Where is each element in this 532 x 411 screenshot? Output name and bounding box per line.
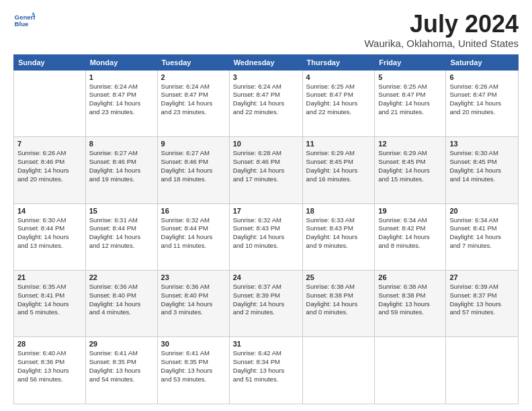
table-row: 17Sunrise: 6:32 AM Sunset: 8:43 PM Dayli… (229, 203, 302, 270)
day-info: Sunrise: 6:29 AM Sunset: 8:45 PM Dayligh… (306, 149, 371, 183)
day-number: 23 (161, 273, 226, 281)
day-number: 18 (306, 207, 371, 215)
day-info: Sunrise: 6:26 AM Sunset: 8:47 PM Dayligh… (449, 83, 515, 117)
day-number: 26 (378, 273, 442, 281)
calendar-week-row: 28Sunrise: 6:40 AM Sunset: 8:36 PM Dayli… (14, 337, 519, 404)
table-row: 3Sunrise: 6:24 AM Sunset: 8:47 PM Daylig… (229, 70, 302, 136)
table-row: 22Sunrise: 6:36 AM Sunset: 8:40 PM Dayli… (85, 271, 157, 337)
day-info: Sunrise: 6:24 AM Sunset: 8:47 PM Dayligh… (161, 83, 226, 117)
day-number: 22 (89, 273, 154, 281)
calendar-week-row: 21Sunrise: 6:35 AM Sunset: 8:41 PM Dayli… (14, 271, 519, 337)
day-info: Sunrise: 6:38 AM Sunset: 8:38 PM Dayligh… (306, 283, 371, 317)
table-row: 29Sunrise: 6:41 AM Sunset: 8:35 PM Dayli… (85, 337, 157, 404)
day-info: Sunrise: 6:24 AM Sunset: 8:47 PM Dayligh… (233, 83, 299, 117)
day-number: 15 (89, 207, 154, 215)
day-number: 31 (233, 340, 299, 348)
table-row (446, 337, 519, 404)
day-info: Sunrise: 6:40 AM Sunset: 8:36 PM Dayligh… (17, 349, 82, 383)
day-number: 20 (449, 207, 515, 215)
table-row: 9Sunrise: 6:27 AM Sunset: 8:46 PM Daylig… (157, 137, 229, 203)
calendar-week-row: 14Sunrise: 6:30 AM Sunset: 8:44 PM Dayli… (14, 203, 519, 270)
table-row: 14Sunrise: 6:30 AM Sunset: 8:44 PM Dayli… (14, 203, 86, 270)
day-number: 5 (378, 73, 442, 81)
table-row: 23Sunrise: 6:36 AM Sunset: 8:40 PM Dayli… (157, 271, 229, 337)
day-info: Sunrise: 6:30 AM Sunset: 8:45 PM Dayligh… (449, 149, 515, 183)
day-info: Sunrise: 6:41 AM Sunset: 8:35 PM Dayligh… (161, 349, 226, 383)
day-number: 7 (17, 140, 82, 148)
table-row: 8Sunrise: 6:27 AM Sunset: 8:46 PM Daylig… (85, 137, 157, 203)
logo-icon: General Blue (13, 11, 35, 32)
header-monday: Monday (85, 54, 157, 70)
day-info: Sunrise: 6:34 AM Sunset: 8:42 PM Dayligh… (378, 216, 442, 250)
day-info: Sunrise: 6:32 AM Sunset: 8:44 PM Dayligh… (161, 216, 226, 250)
day-number: 29 (89, 340, 154, 348)
day-info: Sunrise: 6:27 AM Sunset: 8:46 PM Dayligh… (161, 149, 226, 183)
logo: General Blue (13, 11, 35, 32)
day-info: Sunrise: 6:31 AM Sunset: 8:44 PM Dayligh… (89, 216, 154, 250)
day-number: 13 (449, 140, 515, 148)
header-saturday: Saturday (446, 54, 519, 70)
day-info: Sunrise: 6:29 AM Sunset: 8:45 PM Dayligh… (378, 149, 442, 183)
day-info: Sunrise: 6:34 AM Sunset: 8:41 PM Dayligh… (449, 216, 515, 250)
table-row: 18Sunrise: 6:33 AM Sunset: 8:43 PM Dayli… (302, 203, 375, 270)
table-row: 6Sunrise: 6:26 AM Sunset: 8:47 PM Daylig… (446, 70, 519, 136)
day-number: 11 (306, 140, 371, 148)
day-number: 19 (378, 207, 442, 215)
day-info: Sunrise: 6:36 AM Sunset: 8:40 PM Dayligh… (89, 283, 154, 317)
day-number: 9 (161, 140, 226, 148)
day-info: Sunrise: 6:27 AM Sunset: 8:46 PM Dayligh… (89, 149, 154, 183)
main-title: July 2024 (364, 11, 519, 38)
table-row: 24Sunrise: 6:37 AM Sunset: 8:39 PM Dayli… (229, 271, 302, 337)
day-number: 10 (233, 140, 299, 148)
header-sunday: Sunday (14, 54, 86, 70)
calendar-header-row: Sunday Monday Tuesday Wednesday Thursday… (14, 54, 519, 70)
table-row: 11Sunrise: 6:29 AM Sunset: 8:45 PM Dayli… (302, 137, 375, 203)
day-number: 16 (161, 207, 226, 215)
table-row: 1Sunrise: 6:24 AM Sunset: 8:47 PM Daylig… (85, 70, 157, 136)
table-row: 28Sunrise: 6:40 AM Sunset: 8:36 PM Dayli… (14, 337, 86, 404)
day-number: 2 (161, 73, 226, 81)
table-row: 30Sunrise: 6:41 AM Sunset: 8:35 PM Dayli… (157, 337, 229, 404)
day-info: Sunrise: 6:26 AM Sunset: 8:46 PM Dayligh… (17, 149, 82, 183)
day-info: Sunrise: 6:36 AM Sunset: 8:40 PM Dayligh… (161, 283, 226, 317)
day-number: 1 (89, 73, 154, 81)
day-number: 8 (89, 140, 154, 148)
day-number: 14 (17, 207, 82, 215)
day-info: Sunrise: 6:38 AM Sunset: 8:38 PM Dayligh… (378, 283, 442, 317)
header-thursday: Thursday (302, 54, 375, 70)
day-number: 12 (378, 140, 442, 148)
calendar-week-row: 7Sunrise: 6:26 AM Sunset: 8:46 PM Daylig… (14, 137, 519, 203)
day-info: Sunrise: 6:42 AM Sunset: 8:34 PM Dayligh… (233, 349, 299, 383)
table-row (375, 337, 446, 404)
table-row: 13Sunrise: 6:30 AM Sunset: 8:45 PM Dayli… (446, 137, 519, 203)
day-info: Sunrise: 6:32 AM Sunset: 8:43 PM Dayligh… (233, 216, 299, 250)
day-info: Sunrise: 6:28 AM Sunset: 8:46 PM Dayligh… (233, 149, 299, 183)
day-info: Sunrise: 6:24 AM Sunset: 8:47 PM Dayligh… (89, 83, 154, 117)
header-friday: Friday (375, 54, 446, 70)
day-info: Sunrise: 6:37 AM Sunset: 8:39 PM Dayligh… (233, 283, 299, 317)
day-number: 25 (306, 273, 371, 281)
table-row: 4Sunrise: 6:25 AM Sunset: 8:47 PM Daylig… (302, 70, 375, 136)
day-info: Sunrise: 6:30 AM Sunset: 8:44 PM Dayligh… (17, 216, 82, 250)
day-number: 28 (17, 340, 82, 348)
day-number: 4 (306, 73, 371, 81)
title-block: July 2024 Waurika, Oklahoma, United Stat… (364, 11, 519, 49)
day-number: 3 (233, 73, 299, 81)
table-row: 2Sunrise: 6:24 AM Sunset: 8:47 PM Daylig… (157, 70, 229, 136)
table-row: 5Sunrise: 6:25 AM Sunset: 8:47 PM Daylig… (375, 70, 446, 136)
calendar-table: Sunday Monday Tuesday Wednesday Thursday… (13, 54, 519, 404)
table-row: 16Sunrise: 6:32 AM Sunset: 8:44 PM Dayli… (157, 203, 229, 270)
table-row: 12Sunrise: 6:29 AM Sunset: 8:45 PM Dayli… (375, 137, 446, 203)
day-info: Sunrise: 6:41 AM Sunset: 8:35 PM Dayligh… (89, 349, 154, 383)
header-tuesday: Tuesday (157, 54, 229, 70)
day-info: Sunrise: 6:25 AM Sunset: 8:47 PM Dayligh… (378, 83, 442, 117)
table-row (302, 337, 375, 404)
svg-text:General: General (15, 13, 35, 21)
table-row: 27Sunrise: 6:39 AM Sunset: 8:37 PM Dayli… (446, 271, 519, 337)
page: General Blue July 2024 Waurika, Oklahoma… (0, 0, 532, 411)
table-row: 20Sunrise: 6:34 AM Sunset: 8:41 PM Dayli… (446, 203, 519, 270)
table-row: 26Sunrise: 6:38 AM Sunset: 8:38 PM Dayli… (375, 271, 446, 337)
day-number: 24 (233, 273, 299, 281)
day-info: Sunrise: 6:35 AM Sunset: 8:41 PM Dayligh… (17, 283, 82, 317)
day-number: 21 (17, 273, 82, 281)
